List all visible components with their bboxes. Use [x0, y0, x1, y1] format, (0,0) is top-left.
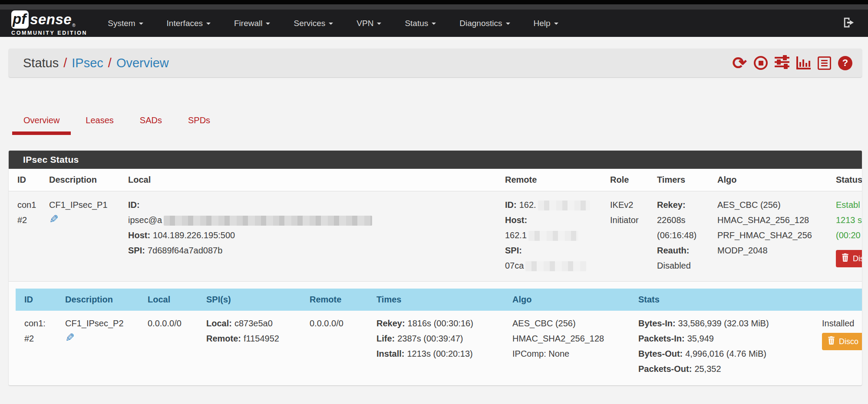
menu-vpn[interactable]: VPN: [345, 19, 393, 28]
ike-id-num: #2: [17, 213, 42, 228]
menu-status[interactable]: Status: [393, 19, 448, 28]
col-child-times: Times: [373, 289, 509, 311]
child-description: CF1_IPsec_P2: [65, 316, 141, 331]
child-state-cell: Installed Disco: [818, 311, 862, 383]
ike-role-cell: IKEv2 Initiator: [607, 191, 653, 282]
time-life-value: 2387s (00:39:47): [397, 334, 463, 343]
packets-out-label: Packets-Out:: [638, 364, 692, 374]
child-local-cell: 0.0.0.0/0: [144, 311, 203, 383]
ike-algo-cell: AES_CBC (256) HMAC_SHA2_256_128 PRF_HMAC…: [714, 191, 832, 282]
breadcrumb-link-overview[interactable]: Overview: [116, 56, 169, 70]
bytes-in-label: Bytes-In:: [638, 319, 676, 328]
time-install-value: 1213s (00:20:13): [407, 349, 472, 358]
menu-system-label: System: [108, 19, 135, 28]
child-local-net: 0.0.0.0/0: [148, 316, 199, 331]
rekey-time: (06:16:48): [657, 228, 710, 243]
help-icon[interactable]: [838, 56, 852, 70]
local-spi-label: SPI:: [128, 246, 145, 255]
tab-spds[interactable]: SPDs: [177, 109, 221, 135]
local-spi-value: 7d689f64a7ad087b: [148, 246, 222, 255]
tab-leases[interactable]: Leases: [74, 109, 125, 135]
ike-id: con1: [17, 197, 42, 213]
child-description-cell: CF1_IPsec_P2: [62, 311, 144, 383]
packets-out-value: 25,352: [694, 364, 721, 374]
ike-disconnect-button[interactable]: Dis: [836, 250, 862, 267]
stop-icon[interactable]: [754, 56, 768, 70]
status-state: Establ: [836, 197, 862, 213]
child-id-cell: con1: #2: [16, 311, 62, 383]
menu-interfaces[interactable]: Interfaces: [155, 19, 222, 28]
bar-chart-icon[interactable]: [796, 56, 811, 69]
menu-help-label: Help: [534, 19, 551, 28]
breadcrumb-link-ipsec[interactable]: IPsec: [72, 56, 103, 70]
tab-sads[interactable]: SADs: [129, 109, 173, 135]
pencil-icon[interactable]: [49, 213, 59, 226]
col-child-description: Description: [62, 289, 144, 311]
page-action-icons: [732, 56, 852, 70]
rekey-label: Rekey:: [657, 200, 686, 210]
child-algo-integ: HMAC_SHA2_256_128: [512, 331, 631, 346]
time-rekey-value: 1816s (00:30:16): [408, 319, 473, 328]
report-icon[interactable]: [818, 56, 831, 70]
remote-id-label: ID:: [505, 200, 517, 210]
main-menu: System Interfaces Firewall Services VPN …: [96, 19, 570, 28]
time-rekey-label: Rekey:: [376, 319, 405, 328]
registered-mark: ®: [72, 23, 75, 28]
status-age: 1213 s: [836, 213, 862, 228]
ike-id-cell: con1 #2: [9, 191, 46, 282]
spi-local-value: c873e5a0: [234, 319, 273, 328]
col-child-algo: Algo: [509, 289, 635, 311]
child-algo-cell: AES_CBC (256) HMAC_SHA2_256_128 IPComp: …: [509, 311, 635, 383]
chevron-down-icon: [554, 23, 558, 27]
breadcrumb-separator: /: [63, 56, 67, 70]
chevron-down-icon: [266, 23, 270, 27]
sign-out-icon: [843, 23, 855, 30]
refresh-icon[interactable]: [732, 56, 747, 70]
col-description: Description: [46, 169, 125, 191]
pfsense-logo-subtitle: COMMUNITY EDITION: [11, 30, 87, 36]
sliders-icon[interactable]: [775, 56, 789, 70]
reauth-label: Reauth:: [657, 246, 689, 255]
menu-services[interactable]: Services: [282, 19, 345, 28]
algo-prf: PRF_HMAC_SHA2_256: [717, 228, 829, 243]
rekey-value: 22608s: [657, 213, 710, 228]
ike-table-header-row: ID Description Local Remote Role Timers …: [9, 169, 862, 191]
ike-status-cell: Establ 1213 s (00:20 Dis: [832, 191, 862, 282]
child-sa-section: ID Description Local SPI(s) Remote Times…: [16, 289, 862, 383]
time-install-label: Install:: [376, 349, 404, 358]
spi-local-label: Local:: [206, 319, 232, 328]
child-disconnect-button[interactable]: Disco: [822, 333, 862, 350]
pfsense-logo[interactable]: pf sense ® COMMUNITY EDITION: [11, 10, 87, 36]
breadcrumb-bar: Status/IPsec/Overview: [9, 49, 862, 77]
menu-firewall[interactable]: Firewall: [222, 19, 282, 28]
menu-help[interactable]: Help: [522, 19, 570, 28]
col-child-spis: SPI(s): [203, 289, 306, 311]
redacted-text: [528, 231, 578, 241]
col-local: Local: [125, 169, 502, 191]
chevron-down-icon: [377, 23, 381, 27]
remote-host-value: 162.1: [505, 230, 527, 240]
tab-overview[interactable]: Overview: [12, 109, 71, 135]
pencil-icon[interactable]: [65, 331, 75, 344]
child-id: con1:: [24, 316, 58, 331]
menu-diagnostics[interactable]: Diagnostics: [448, 19, 521, 28]
col-id: ID: [9, 169, 46, 191]
col-status: Status: [832, 169, 862, 191]
child-stats-cell: Bytes-In:33,586,939 (32.03 MiB) Packets-…: [635, 311, 818, 383]
child-table-header-row: ID Description Local SPI(s) Remote Times…: [16, 289, 862, 311]
sign-out-button[interactable]: [841, 17, 857, 30]
ike-remote-cell: ID:162. Host: 162.1 SPI: 07ca: [502, 191, 607, 282]
chevron-down-icon: [432, 23, 436, 27]
pfsense-logo-pf: pf: [11, 10, 29, 29]
trash-icon: [828, 336, 835, 347]
spi-remote-value: f1154952: [244, 334, 279, 343]
subnav-tabs: Overview Leases SADs SPDs: [9, 109, 859, 135]
child-spis-cell: Local:c873e5a0 Remote:f1154952: [203, 311, 306, 383]
remote-host-label: Host:: [505, 215, 527, 225]
trash-icon: [842, 253, 849, 264]
window-chrome-strip: [0, 0, 868, 4]
panel-title: IPsec Status: [23, 154, 79, 165]
menu-system[interactable]: System: [96, 19, 155, 28]
local-host-value: 104.189.226.195:500: [153, 230, 235, 240]
menu-status-label: Status: [405, 19, 428, 28]
